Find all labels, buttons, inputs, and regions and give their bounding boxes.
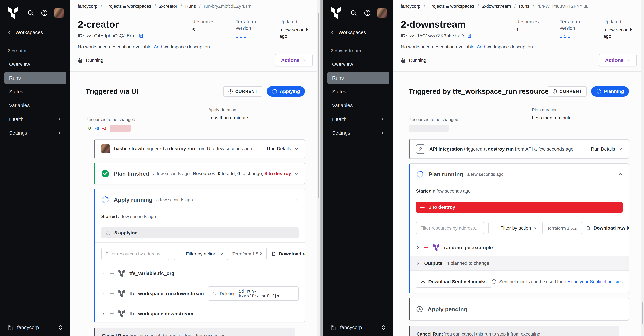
add-description-link[interactable]: Add: [154, 44, 162, 50]
cancel-run-panel: Cancel Run: You can cancel this run to s…: [94, 328, 295, 336]
chevron-right-icon: [416, 246, 420, 250]
actions-button[interactable]: Actions: [599, 54, 636, 66]
run-details-toggle[interactable]: Run Details: [267, 146, 298, 152]
resource-row[interactable]: tfe_workspace.downstream: [95, 305, 304, 322]
run-title: Triggered via UI: [86, 87, 224, 96]
workspace-stats: Resources5 Terraform version1.5.2 Update…: [192, 18, 312, 39]
download-raw-log-button[interactable]: Download raw log: [581, 222, 629, 234]
current-button[interactable]: CURRENT: [224, 86, 262, 96]
workspace-header: 2-creator ID: ws-G4HJpbnCsQJjErrn Resour…: [70, 13, 320, 72]
terraform-version-link[interactable]: 1.5.2: [236, 33, 268, 40]
scrollbar[interactable]: [641, 0, 644, 336]
chevron-down-icon: [219, 252, 224, 256]
spinner-icon: [272, 88, 278, 94]
sidebar-item-variables[interactable]: Variables: [4, 99, 66, 112]
chevron-right-icon: [57, 131, 62, 135]
help-icon[interactable]: [364, 9, 371, 17]
plan-resource-summary: Resources: 0 to add, 0 to change, 3 to d…: [193, 171, 298, 176]
breadcrumb-org[interactable]: fancycorp: [78, 4, 98, 9]
sidebar-item-health[interactable]: Health: [4, 113, 66, 126]
back-to-workspaces[interactable]: Workspaces: [8, 30, 63, 35]
breadcrumb-workspace[interactable]: 2-downstream: [482, 4, 511, 9]
breadcrumb-run-id: run-WTim83VRT2FNYiuL: [537, 4, 588, 9]
user-avatar[interactable]: [377, 8, 387, 18]
add-description-link[interactable]: Add: [477, 44, 485, 50]
dash-icon: [110, 313, 114, 314]
chevron-up-icon[interactable]: [294, 198, 298, 202]
sidebar: Workspaces 2-creator Overview Runs State…: [0, 0, 70, 336]
page-title: 2-downstream: [401, 18, 472, 30]
spinner-icon: [105, 230, 111, 236]
chevron-updown-icon: [58, 324, 63, 330]
org-name: fancycorp: [17, 324, 39, 330]
run-details-toggle[interactable]: Run Details: [591, 146, 622, 152]
status-badge: Running: [86, 58, 103, 63]
help-icon[interactable]: [40, 9, 48, 17]
sidebar-item-states[interactable]: States: [4, 86, 66, 98]
duration-value: Less than a minute: [532, 115, 629, 120]
plan-finished-title: Plan finished: [114, 170, 149, 177]
sidebar-item-states[interactable]: States: [327, 86, 389, 98]
chevron-down-icon: [626, 58, 630, 62]
current-button[interactable]: CURRENT: [548, 86, 587, 96]
outputs-row[interactable]: Outputs 4 planned to change: [410, 256, 628, 270]
filter-by-action-button[interactable]: Filter by action: [174, 248, 228, 260]
breadcrumb-projects[interactable]: Projects & workspaces: [428, 4, 474, 9]
breadcrumb-workspace[interactable]: 2-creator: [159, 4, 177, 9]
org-switcher[interactable]: fancycorp: [0, 318, 70, 336]
run-page: Triggered via UI CURRENT Applying Resour…: [70, 72, 320, 336]
sidebar-item-runs[interactable]: Runs: [327, 72, 389, 84]
chevron-down-icon[interactable]: [294, 171, 298, 176]
resource-row[interactable]: random_pet.example: [410, 239, 628, 256]
window-divider: [320, 0, 323, 336]
chevron-left-icon: [8, 30, 12, 34]
breadcrumb-org[interactable]: fancycorp: [401, 4, 420, 9]
scrollbar[interactable]: [317, 0, 320, 336]
copy-id-icon[interactable]: [466, 33, 472, 38]
copy-id-icon[interactable]: [138, 33, 144, 38]
sidebar-item-health[interactable]: Health: [327, 113, 389, 126]
breadcrumb-projects[interactable]: Projects & workspaces: [106, 4, 151, 9]
terraform-version-link[interactable]: 1.5.2: [560, 33, 592, 40]
plan-started-row: Started a few seconds ago: [410, 184, 628, 198]
org-switcher[interactable]: fancycorp: [323, 318, 394, 336]
back-to-workspaces[interactable]: Workspaces: [330, 30, 386, 35]
sidebar-item-settings[interactable]: Settings: [4, 127, 66, 139]
sidebar-item-runs[interactable]: Runs: [4, 72, 66, 84]
user-avatar[interactable]: [54, 8, 64, 18]
breadcrumb-runs[interactable]: Runs: [519, 4, 530, 9]
sidebar-item-overview[interactable]: Overview: [327, 58, 389, 70]
download-sentinel-mocks-button[interactable]: Download Sentinel mocks: [416, 276, 491, 288]
search-icon[interactable]: [350, 9, 358, 17]
filter-by-action-button[interactable]: Filter by action: [488, 222, 543, 234]
workspace-id: ws-G4HJpbnCsQJjErrn: [87, 33, 136, 38]
terraform-resource-icon: [118, 290, 125, 298]
sidebar-item-variables[interactable]: Variables: [327, 99, 389, 112]
actions-button[interactable]: Actions: [275, 54, 312, 66]
lock-icon: [401, 57, 406, 63]
breadcrumb-runs[interactable]: Runs: [185, 4, 196, 9]
run-trigger-card: API Integration triggered a destroy run …: [408, 139, 629, 159]
log-toolbar: Filter by action Terraform 1.5.2 Downloa…: [95, 242, 304, 265]
run-page: Triggered by tfe_workspace_run resource …: [394, 72, 644, 336]
filter-resources-input[interactable]: [416, 222, 484, 234]
download-raw-log-button[interactable]: Download raw log: [266, 248, 305, 260]
changes-label: Resources to be changed: [408, 117, 532, 122]
sentinel-policies-link[interactable]: testing your Sentinel policies: [565, 279, 622, 284]
resource-row[interactable]: tfe_workspace_run.downstream Deleting id…: [95, 282, 304, 305]
destroy-count-banner: 1 to destroy: [416, 202, 622, 212]
sidebar-item-settings[interactable]: Settings: [327, 127, 389, 139]
search-icon[interactable]: [27, 9, 34, 17]
run-title: Triggered by tfe_workspace_run resource …: [408, 87, 548, 96]
plan-running-title: Plan running: [428, 171, 463, 178]
resource-row[interactable]: tfe_variable.tfc_org: [95, 265, 304, 282]
apply-running-title: Apply running: [114, 196, 152, 203]
sidebar-item-overview[interactable]: Overview: [4, 58, 66, 70]
chevron-right-icon: [380, 117, 384, 122]
filter-resources-input[interactable]: [101, 248, 170, 260]
sidebar-workspace-name: 2-creator: [8, 48, 63, 54]
apply-pending-card: Apply pending: [408, 298, 629, 320]
chevron-up-icon[interactable]: [618, 172, 622, 176]
log-toolbar: Filter by action Terraform 1.5.2 Downloa…: [410, 216, 628, 239]
filter-icon: [178, 252, 183, 256]
